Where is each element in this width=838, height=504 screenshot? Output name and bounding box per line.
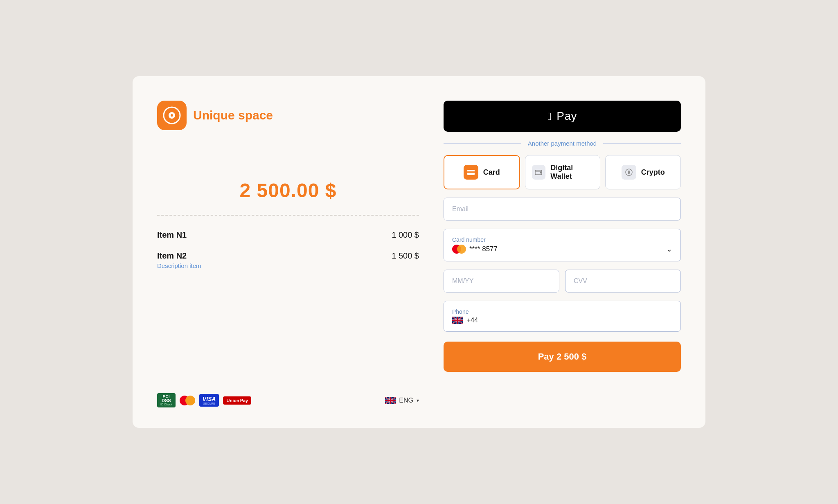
phone-label: Phone — [452, 308, 672, 315]
pay-button-label: Pay 2 500 $ — [538, 351, 587, 362]
page-container: Unique space 2 500.00 $ Item N1 1 000 $ … — [133, 76, 705, 428]
card-number-value: **** 8577 — [469, 245, 662, 253]
item-name: Item N2 — [157, 251, 201, 261]
amount-divider — [157, 215, 419, 216]
digital-wallet-method-button[interactable]: Digital Wallet — [525, 155, 601, 189]
item-price: 1 500 $ — [392, 251, 419, 261]
phone-flag-icon — [452, 317, 463, 324]
table-row: Item N1 1 000 $ — [157, 230, 419, 241]
item-description: Description item — [157, 262, 201, 269]
item-name: Item N1 — [157, 230, 187, 240]
pay-button[interactable]: Pay 2 500 $ — [444, 342, 681, 372]
items-list: Item N1 1 000 $ Item N2 Description item… — [157, 230, 419, 279]
phone-input[interactable] — [482, 317, 672, 324]
table-row: Item N2 Description item 1 500 $ — [157, 251, 419, 269]
mastercard-badge — [180, 396, 195, 405]
uk-flag-icon — [385, 397, 396, 404]
card-number-field: Card number **** 8577 ⌄ — [444, 229, 681, 261]
total-amount: 2 500.00 $ — [240, 180, 337, 201]
card-method-icon — [464, 165, 478, 180]
email-input[interactable] — [452, 205, 672, 213]
language-selector[interactable]: ENG ▾ — [385, 397, 419, 404]
phone-field: Phone +44 — [444, 301, 681, 332]
right-panel:  Pay Another payment method Card — [444, 101, 681, 407]
crypto-method-button[interactable]: ₿ Crypto — [605, 155, 681, 189]
apple-pay-label: Pay — [556, 110, 577, 122]
expiry-cvv-row — [444, 270, 681, 292]
expiry-field — [444, 270, 559, 292]
card-number-label: Card number — [452, 236, 672, 243]
another-method-label: Another payment method — [528, 140, 597, 147]
item-price: 1 000 $ — [392, 230, 419, 240]
pci-dss-badge: PCI DSS ID Check — [157, 393, 176, 407]
apple-pay-button[interactable]:  Pay — [444, 101, 681, 132]
card-method-button[interactable]: Card — [444, 155, 520, 189]
unionpay-badge: Union Pay — [223, 396, 251, 405]
email-field — [444, 198, 681, 220]
amount-area: 2 500.00 $ — [157, 179, 419, 202]
card-number-chevron-icon[interactable]: ⌄ — [666, 245, 672, 254]
apple-logo-icon:  — [547, 110, 552, 122]
expiry-input[interactable] — [452, 277, 551, 285]
left-panel: Unique space 2 500.00 $ Item N1 1 000 $ … — [157, 101, 419, 407]
logo-area: Unique space — [157, 101, 419, 130]
phone-prefix: +44 — [467, 317, 478, 324]
crypto-label: Crypto — [641, 168, 665, 177]
footer-area: PCI DSS ID Check VISA SECURE — [157, 393, 419, 407]
digital-wallet-label: Digital Wallet — [550, 164, 593, 181]
language-label: ENG — [399, 397, 413, 404]
svg-point-2 — [171, 114, 173, 117]
visa-badge: VISA SECURE — [199, 394, 219, 407]
payment-badges: PCI DSS ID Check VISA SECURE — [157, 393, 251, 407]
chevron-down-icon: ▾ — [417, 398, 419, 403]
brand-logo-icon — [157, 101, 187, 130]
crypto-icon: ₿ — [622, 165, 636, 180]
svg-text:₿: ₿ — [627, 170, 630, 175]
card-method-label: Card — [483, 168, 500, 177]
digital-wallet-icon — [532, 165, 546, 180]
cvv-input[interactable] — [574, 277, 672, 285]
logo-svg — [163, 106, 181, 124]
brand-name: Unique space — [193, 108, 273, 122]
mastercard-mini-icon — [452, 245, 465, 254]
svg-rect-5 — [467, 171, 475, 173]
cvv-field — [565, 270, 681, 292]
payment-method-divider: Another payment method — [444, 140, 681, 147]
payment-methods: Card Digital Wallet ₿ — [444, 155, 681, 189]
